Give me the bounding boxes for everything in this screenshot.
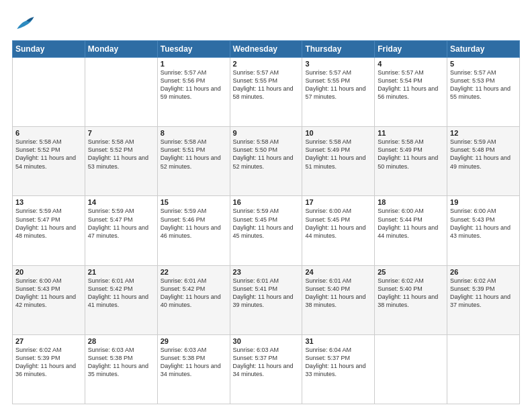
calendar-week-row: 13Sunrise: 5:59 AMSunset: 5:47 PMDayligh…: [13, 196, 520, 265]
calendar-day-30: 30Sunrise: 6:03 AMSunset: 5:37 PMDayligh…: [230, 334, 302, 404]
day-info: Sunrise: 6:02 AMSunset: 5:39 PMDaylight:…: [450, 277, 517, 310]
calendar-day-19: 19Sunrise: 6:00 AMSunset: 5:43 PMDayligh…: [447, 196, 520, 265]
day-number: 23: [233, 268, 300, 276]
calendar-day-6: 6Sunrise: 5:58 AMSunset: 5:52 PMDaylight…: [13, 127, 85, 196]
day-info: Sunrise: 5:59 AMSunset: 5:47 PMDaylight:…: [15, 207, 82, 240]
weekday-header-saturday: Saturday: [447, 41, 520, 58]
day-number: 24: [305, 268, 371, 276]
day-info: Sunrise: 5:58 AMSunset: 5:51 PMDaylight:…: [161, 138, 227, 171]
weekday-header-wednesday: Wednesday: [230, 41, 302, 58]
calendar-day-23: 23Sunrise: 6:01 AMSunset: 5:41 PMDayligh…: [230, 265, 302, 334]
calendar-day-14: 14Sunrise: 5:59 AMSunset: 5:47 PMDayligh…: [85, 196, 157, 265]
weekday-header-monday: Monday: [85, 41, 157, 58]
calendar-empty-cell: [375, 334, 447, 404]
day-number: 4: [378, 60, 444, 68]
day-info: Sunrise: 6:02 AMSunset: 5:40 PMDaylight:…: [378, 277, 444, 310]
day-number: 26: [450, 268, 517, 276]
day-number: 13: [15, 198, 82, 206]
weekday-header-row: SundayMondayTuesdayWednesdayThursdayFrid…: [13, 41, 520, 58]
day-info: Sunrise: 6:00 AMSunset: 5:44 PMDaylight:…: [378, 207, 444, 240]
logo: [12, 12, 39, 36]
calendar-day-21: 21Sunrise: 6:01 AMSunset: 5:42 PMDayligh…: [85, 265, 157, 334]
day-info: Sunrise: 5:58 AMSunset: 5:49 PMDaylight:…: [378, 138, 444, 171]
day-info: Sunrise: 5:57 AMSunset: 5:53 PMDaylight:…: [450, 68, 517, 101]
day-number: 22: [161, 268, 227, 276]
calendar-week-row: 27Sunrise: 6:02 AMSunset: 5:39 PMDayligh…: [13, 334, 520, 404]
day-number: 11: [378, 129, 444, 137]
day-number: 1: [161, 60, 227, 68]
day-number: 7: [88, 129, 154, 137]
day-number: 6: [15, 129, 82, 137]
day-info: Sunrise: 6:03 AMSunset: 5:38 PMDaylight:…: [161, 346, 227, 379]
day-info: Sunrise: 5:59 AMSunset: 5:45 PMDaylight:…: [233, 207, 300, 240]
day-info: Sunrise: 5:57 AMSunset: 5:55 PMDaylight:…: [305, 68, 371, 101]
calendar-day-11: 11Sunrise: 5:58 AMSunset: 5:49 PMDayligh…: [375, 127, 447, 196]
calendar-day-16: 16Sunrise: 5:59 AMSunset: 5:45 PMDayligh…: [230, 196, 302, 265]
day-info: Sunrise: 6:00 AMSunset: 5:43 PMDaylight:…: [450, 207, 517, 240]
day-number: 15: [161, 198, 227, 206]
calendar-week-row: 1Sunrise: 5:57 AMSunset: 5:56 PMDaylight…: [13, 58, 520, 127]
calendar-day-9: 9Sunrise: 5:58 AMSunset: 5:50 PMDaylight…: [230, 127, 302, 196]
day-number: 18: [378, 198, 444, 206]
day-number: 31: [305, 337, 371, 345]
logo-icon: [12, 12, 36, 36]
calendar-day-10: 10Sunrise: 5:58 AMSunset: 5:49 PMDayligh…: [302, 127, 375, 196]
day-number: 28: [88, 337, 154, 345]
calendar-day-26: 26Sunrise: 6:02 AMSunset: 5:39 PMDayligh…: [447, 265, 520, 334]
weekday-header-thursday: Thursday: [302, 41, 375, 58]
header: [12, 12, 520, 36]
day-number: 9: [233, 129, 300, 137]
calendar-empty-cell: [447, 334, 520, 404]
day-number: 5: [450, 60, 517, 68]
calendar-day-22: 22Sunrise: 6:01 AMSunset: 5:42 PMDayligh…: [157, 265, 230, 334]
day-info: Sunrise: 5:57 AMSunset: 5:55 PMDaylight:…: [233, 68, 300, 101]
day-number: 20: [15, 268, 82, 276]
calendar-day-28: 28Sunrise: 6:03 AMSunset: 5:38 PMDayligh…: [85, 334, 157, 404]
day-info: Sunrise: 6:02 AMSunset: 5:39 PMDaylight:…: [15, 346, 82, 379]
day-number: 2: [233, 60, 300, 68]
calendar-day-3: 3Sunrise: 5:57 AMSunset: 5:55 PMDaylight…: [302, 58, 375, 127]
calendar-empty-cell: [85, 58, 157, 127]
weekday-header-sunday: Sunday: [13, 41, 85, 58]
weekday-header-tuesday: Tuesday: [157, 41, 230, 58]
calendar-day-13: 13Sunrise: 5:59 AMSunset: 5:47 PMDayligh…: [13, 196, 85, 265]
calendar-table: SundayMondayTuesdayWednesdayThursdayFrid…: [12, 40, 520, 404]
calendar-day-27: 27Sunrise: 6:02 AMSunset: 5:39 PMDayligh…: [13, 334, 85, 404]
day-info: Sunrise: 5:58 AMSunset: 5:50 PMDaylight:…: [233, 138, 300, 171]
day-number: 17: [305, 198, 371, 206]
day-info: Sunrise: 6:00 AMSunset: 5:43 PMDaylight:…: [15, 277, 82, 310]
day-number: 10: [305, 129, 371, 137]
calendar-day-12: 12Sunrise: 5:59 AMSunset: 5:48 PMDayligh…: [447, 127, 520, 196]
day-info: Sunrise: 6:01 AMSunset: 5:42 PMDaylight:…: [161, 277, 227, 310]
calendar-day-29: 29Sunrise: 6:03 AMSunset: 5:38 PMDayligh…: [157, 334, 230, 404]
calendar-day-2: 2Sunrise: 5:57 AMSunset: 5:55 PMDaylight…: [230, 58, 302, 127]
calendar-day-15: 15Sunrise: 5:59 AMSunset: 5:46 PMDayligh…: [157, 196, 230, 265]
day-info: Sunrise: 5:57 AMSunset: 5:56 PMDaylight:…: [161, 68, 227, 101]
day-number: 14: [88, 198, 154, 206]
day-number: 21: [88, 268, 154, 276]
day-info: Sunrise: 6:03 AMSunset: 5:38 PMDaylight:…: [88, 346, 154, 379]
day-number: 25: [378, 268, 444, 276]
day-number: 19: [450, 198, 517, 206]
day-number: 29: [161, 337, 227, 345]
calendar-day-1: 1Sunrise: 5:57 AMSunset: 5:56 PMDaylight…: [157, 58, 230, 127]
calendar-day-25: 25Sunrise: 6:02 AMSunset: 5:40 PMDayligh…: [375, 265, 447, 334]
day-info: Sunrise: 5:59 AMSunset: 5:48 PMDaylight:…: [450, 138, 517, 171]
day-number: 3: [305, 60, 371, 68]
day-number: 30: [233, 337, 300, 345]
page: SundayMondayTuesdayWednesdayThursdayFrid…: [0, 0, 532, 411]
day-info: Sunrise: 6:04 AMSunset: 5:37 PMDaylight:…: [305, 346, 371, 379]
day-number: 8: [161, 129, 227, 137]
day-number: 27: [15, 337, 82, 345]
calendar-day-24: 24Sunrise: 6:01 AMSunset: 5:40 PMDayligh…: [302, 265, 375, 334]
day-info: Sunrise: 5:57 AMSunset: 5:54 PMDaylight:…: [378, 68, 444, 101]
day-info: Sunrise: 5:58 AMSunset: 5:52 PMDaylight:…: [88, 138, 154, 171]
day-info: Sunrise: 5:59 AMSunset: 5:47 PMDaylight:…: [88, 207, 154, 240]
calendar-day-18: 18Sunrise: 6:00 AMSunset: 5:44 PMDayligh…: [375, 196, 447, 265]
calendar-day-8: 8Sunrise: 5:58 AMSunset: 5:51 PMDaylight…: [157, 127, 230, 196]
day-info: Sunrise: 6:00 AMSunset: 5:45 PMDaylight:…: [305, 207, 371, 240]
calendar-day-20: 20Sunrise: 6:00 AMSunset: 5:43 PMDayligh…: [13, 265, 85, 334]
day-info: Sunrise: 6:01 AMSunset: 5:40 PMDaylight:…: [305, 277, 371, 310]
weekday-header-friday: Friday: [375, 41, 447, 58]
calendar-week-row: 20Sunrise: 6:00 AMSunset: 5:43 PMDayligh…: [13, 265, 520, 334]
